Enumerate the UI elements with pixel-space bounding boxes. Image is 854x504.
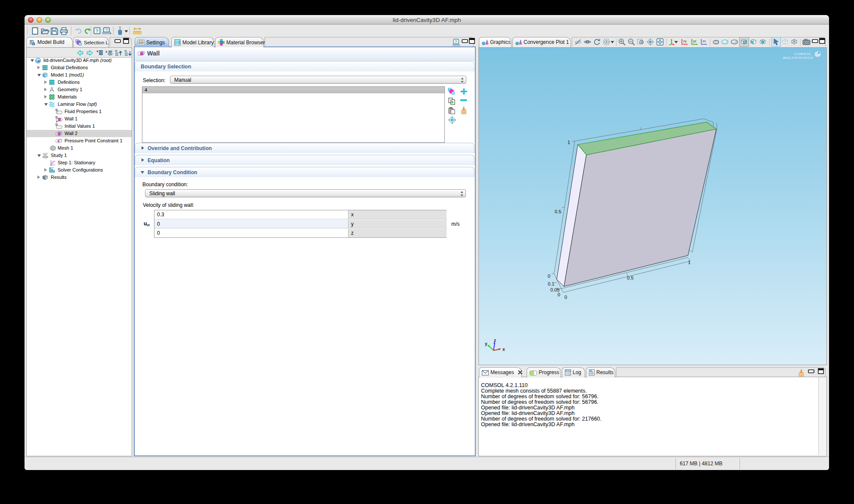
svg-text:0.5: 0.5 bbox=[555, 209, 561, 214]
svg-text:y: y bbox=[485, 341, 487, 346]
svg-text:0: 0 bbox=[564, 295, 567, 300]
svg-text:zx: zx bbox=[703, 39, 706, 43]
svg-text:0: 0 bbox=[558, 292, 560, 297]
svg-text:xy: xy bbox=[683, 39, 687, 43]
svg-text:1: 1 bbox=[567, 140, 570, 145]
svg-text:yz: yz bbox=[693, 39, 697, 43]
svg-text:?: ? bbox=[455, 40, 457, 44]
svg-text:0: 0 bbox=[548, 274, 550, 279]
svg-text:x: x bbox=[503, 347, 505, 352]
svg-text:1: 1 bbox=[688, 260, 691, 265]
svg-text:MULTIPHYSICS: MULTIPHYSICS bbox=[783, 56, 814, 60]
svg-text:?: ? bbox=[96, 28, 99, 34]
svg-text:0.1: 0.1 bbox=[548, 281, 554, 286]
svg-text:?: ? bbox=[105, 28, 108, 32]
svg-text:z: z bbox=[494, 338, 496, 343]
svg-text:COMSOL: COMSOL bbox=[794, 52, 812, 56]
svg-text:0.5: 0.5 bbox=[627, 275, 633, 280]
